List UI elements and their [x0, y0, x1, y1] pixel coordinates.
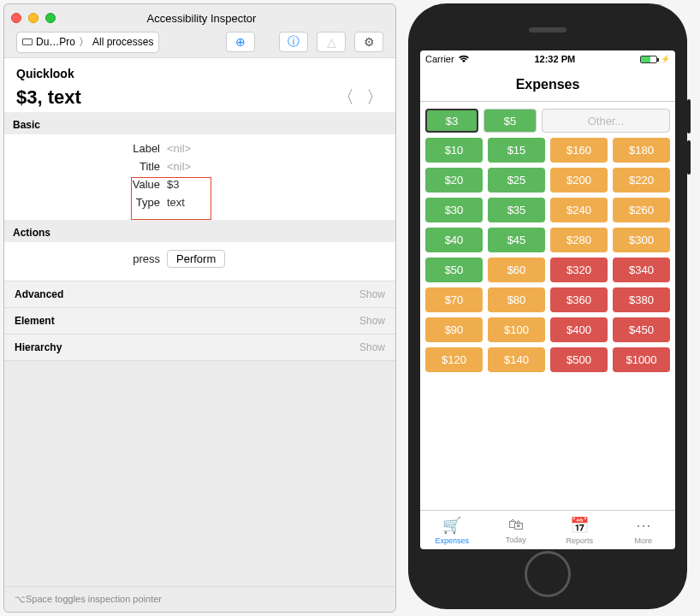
- basic-title-key: Title: [4, 160, 167, 173]
- tab-expenses[interactable]: 🛒 Expenses: [420, 511, 484, 549]
- amount-button[interactable]: $120: [425, 347, 483, 372]
- volume-button: [687, 140, 691, 175]
- basic-type-key: Type: [4, 196, 167, 209]
- amount-button[interactable]: $30: [425, 198, 483, 222]
- section-basic: Basic: [4, 112, 395, 134]
- amount-button[interactable]: $60: [488, 258, 545, 282]
- charging-icon: ⚡: [661, 55, 670, 63]
- amount-button[interactable]: $500: [550, 347, 608, 372]
- amount-button[interactable]: $140: [488, 347, 545, 372]
- amount-button[interactable]: $260: [613, 198, 670, 222]
- tab-label: More: [634, 536, 652, 545]
- target-breadcrumb[interactable]: Du…Pro 〉 All processes: [16, 32, 159, 53]
- amount-button[interactable]: $340: [613, 258, 670, 282]
- basic-label-key: Label: [4, 142, 167, 155]
- target-summary: $3, text: [16, 86, 81, 109]
- iphone-frame: Carrier 12:32 PM ⚡ Expenses $3 $5 Other.…: [408, 3, 687, 609]
- amount-button[interactable]: $160: [550, 138, 608, 163]
- other-amount-field[interactable]: Other...: [542, 109, 670, 133]
- footer-hint: ⌥Space toggles inspection pointer: [4, 586, 395, 612]
- amount-button[interactable]: $1000: [613, 347, 670, 372]
- next-element-button[interactable]: 〉: [366, 86, 383, 109]
- section-actions: Actions: [4, 220, 395, 242]
- amount-button[interactable]: $240: [550, 198, 608, 222]
- amount-button[interactable]: $200: [550, 168, 608, 192]
- amount-button[interactable]: $380: [613, 287, 670, 312]
- audit-button[interactable]: △: [317, 32, 346, 52]
- window-controls: [11, 13, 56, 23]
- basic-type-val: text: [167, 196, 185, 209]
- accessibility-inspector-window: Accessibility Inspector Du…Pro 〉 All pro…: [3, 3, 396, 613]
- perform-button[interactable]: Perform: [167, 250, 225, 268]
- crosshair-icon: ⊕: [235, 35, 246, 49]
- section-hierarchy[interactable]: Hierarchy Show: [4, 335, 395, 361]
- target-picker-button[interactable]: ⊕: [226, 32, 255, 52]
- battery-icon: [640, 56, 657, 63]
- amount-button[interactable]: $280: [550, 228, 608, 252]
- zoom-icon[interactable]: [45, 13, 56, 23]
- crumb-target: All processes: [92, 36, 153, 48]
- basic-title-val: <nil>: [167, 160, 191, 173]
- amount-segment-3[interactable]: $3: [425, 109, 478, 133]
- amount-button[interactable]: $220: [613, 168, 670, 192]
- expense-grid: $3 $5 Other... $10$15$160$180$20$25$200$…: [420, 102, 675, 510]
- amount-segment-5[interactable]: $5: [483, 109, 537, 133]
- quicklook-heading: Quicklook: [16, 67, 383, 80]
- actions-panel: press Perform: [4, 242, 395, 281]
- info-button[interactable]: ⓘ: [279, 32, 308, 52]
- clock: 12:32 PM: [534, 54, 575, 64]
- amount-button[interactable]: $25: [488, 168, 545, 192]
- amount-button[interactable]: $360: [550, 287, 608, 312]
- tab-label: Reports: [566, 536, 593, 545]
- amount-button[interactable]: $70: [425, 287, 483, 312]
- amount-button[interactable]: $180: [613, 138, 670, 163]
- status-bar: Carrier 12:32 PM ⚡: [420, 50, 675, 68]
- amount-button[interactable]: $35: [488, 198, 545, 222]
- basic-value-key: Value: [4, 178, 167, 191]
- amount-button[interactable]: $20: [425, 168, 483, 192]
- minimize-icon[interactable]: [28, 13, 39, 23]
- quicklook-panel: Quicklook $3, text 〈 〉: [4, 57, 395, 112]
- show-link[interactable]: Show: [359, 341, 385, 353]
- amount-button[interactable]: $300: [613, 228, 670, 252]
- basic-properties: Label <nil> Title <nil> Value $3 Type te…: [4, 134, 395, 220]
- amount-button[interactable]: $50: [425, 258, 483, 282]
- tab-reports[interactable]: 📅 Reports: [548, 511, 612, 549]
- tab-label: Today: [506, 536, 526, 544]
- amount-button[interactable]: $40: [425, 228, 483, 252]
- window-title: Accessibility Inspector: [56, 12, 347, 25]
- section-element[interactable]: Element Show: [4, 308, 395, 335]
- amount-button[interactable]: $450: [613, 317, 670, 342]
- basic-label-val: <nil>: [167, 142, 191, 155]
- amount-button[interactable]: $10: [425, 138, 483, 163]
- more-icon: ⋯: [636, 516, 651, 535]
- amount-button[interactable]: $15: [488, 138, 545, 163]
- action-press-key: press: [4, 252, 167, 265]
- amount-button[interactable]: $400: [550, 317, 608, 342]
- tab-more[interactable]: ⋯ More: [612, 511, 676, 549]
- show-link[interactable]: Show: [359, 315, 385, 327]
- phone-screen: Carrier 12:32 PM ⚡ Expenses $3 $5 Other.…: [420, 50, 675, 549]
- amount-button[interactable]: $320: [550, 258, 608, 282]
- amount-button[interactable]: $90: [425, 317, 483, 342]
- tab-today[interactable]: 🛍 Today: [484, 511, 549, 549]
- section-advanced[interactable]: Advanced Show: [4, 281, 395, 308]
- toolbar: Du…Pro 〉 All processes ⊕ ⓘ △ ⚙: [4, 32, 395, 57]
- amount-button[interactable]: $45: [488, 228, 545, 252]
- tab-bar: 🛒 Expenses 🛍 Today 📅 Reports ⋯ More: [420, 510, 675, 549]
- prev-element-button[interactable]: 〈: [337, 86, 354, 109]
- bag-icon: 🛍: [508, 516, 524, 534]
- cart-icon: 🛒: [442, 516, 461, 535]
- crumb-device: Du…Pro: [36, 36, 75, 48]
- wifi-icon: [458, 53, 470, 66]
- section-hierarchy-label: Hierarchy: [15, 341, 62, 353]
- section-element-label: Element: [15, 315, 55, 327]
- show-link[interactable]: Show: [359, 288, 385, 300]
- amount-button[interactable]: $80: [488, 287, 545, 312]
- carrier-label: Carrier: [425, 54, 454, 64]
- close-icon[interactable]: [11, 13, 21, 23]
- volume-button: [687, 99, 691, 133]
- settings-button[interactable]: ⚙: [354, 32, 383, 52]
- amount-button[interactable]: $100: [488, 317, 545, 342]
- section-advanced-label: Advanced: [15, 288, 63, 300]
